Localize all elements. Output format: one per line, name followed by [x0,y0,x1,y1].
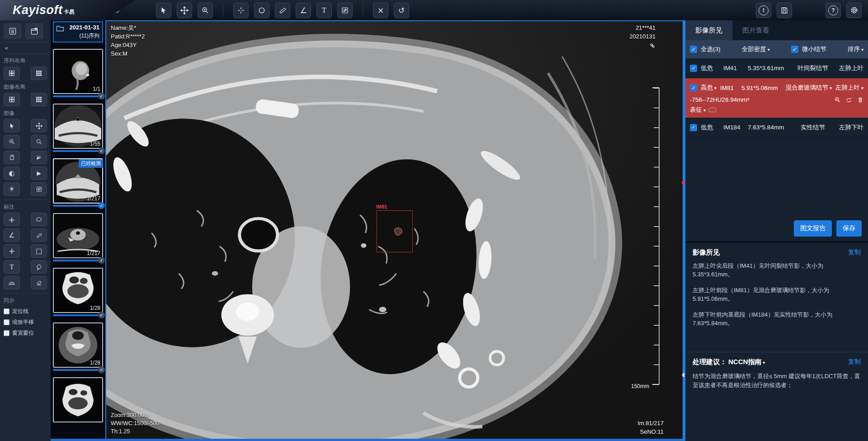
annotate-callout-button[interactable] [31,260,47,274]
series-thumbnail-2[interactable]: 1/55 ✓ [53,104,103,152]
reset-view-button[interactable]: ↺ [394,3,409,18]
nodule-roi-box[interactable]: IM81 [377,210,413,252]
sidebar-window-level-button[interactable] [31,182,47,196]
warning-icon: ! [759,5,769,15]
zoom-tool-button[interactable] [198,3,213,18]
advice-text: 结节为混合磨玻璃结节，直径≤ 5mm 建议每年1次LDCT筛查，直至该患者不再是… [693,372,861,391]
series-thumbnail-6[interactable]: 1/28 ✓ [53,322,103,371]
sidebar-rotate-button[interactable] [4,151,20,164]
annotate-crosshair-button[interactable]: + [4,213,20,226]
brand-text: Kayisoft [13,3,63,17]
layout-panel-tab[interactable] [25,23,43,39]
nodule-row-im41[interactable]: ✓ 低危 IM41 5.35*3.61mm 叶间裂结节 左肺上叶 [685,58,868,78]
ct-viewport[interactable]: Name:吴* Patid:R*****2 Age:043Y Sex:M 21*… [105,20,685,441]
save-study-button[interactable] [777,3,792,18]
micro-nodule-label[interactable]: 微小结节 [802,45,826,53]
angle-tool-button[interactable]: ∠ [296,3,311,18]
nodule-row-im184[interactable]: ✓ 低危 IM184 7.63*5.84mm 实性结节 左肺下叶 [685,118,868,138]
findings-panel: 影像所见 图片查看 ✓ 全选(3) 全部密度 ✓ 微小结节 排序 ✓ 低危 IM… [685,20,868,441]
slice-scrollbar[interactable] [683,21,684,440]
window-level-icon [341,6,349,14]
thumbnail-selected-bar: ✓ [53,314,103,316]
copy-findings-link[interactable]: 复制 [848,248,861,256]
topbar-right: ! ? [756,0,862,20]
series-grid-2x2-button[interactable] [4,66,20,80]
series-thumbnail-3-selected[interactable]: 已经检测 1/217 ✓ [53,158,103,207]
nodule-location-dropdown[interactable]: 左肺上叶 [835,84,863,92]
sidebar-brightness-button[interactable]: ☀ [4,182,20,196]
nodule-checkbox[interactable]: ✓ [690,84,697,91]
thumbnail-selected-bar: ✓ [53,150,103,152]
sidebar-select-button[interactable] [4,119,20,133]
zoom-to-nodule-button[interactable] [834,96,841,103]
select-all-label[interactable]: 全选(3) [701,45,721,53]
patient-info-overlay: Name:吴* Patid:R*****2 Age:043Y Sex:M [111,24,145,58]
image-grid-3x3-button[interactable] [31,93,47,106]
sync-localizer-checkbox[interactable]: 定位线 [4,308,47,315]
delete-nodule-button[interactable] [857,96,863,103]
series-grid-3x3-button[interactable] [31,66,47,80]
annotate-angle-button[interactable]: ∠ [4,228,20,242]
feature-toggle[interactable] [708,108,717,112]
series-panel-tab[interactable] [4,23,22,39]
crosshair-tool-button[interactable] [233,3,249,18]
annotate-arc-button[interactable] [4,276,20,289]
image-grid-2x2-button[interactable] [4,93,20,106]
select-tool-button[interactable] [156,3,171,18]
sidebar-cine-play-button[interactable]: ▶ [31,166,47,180]
checkbox-unchecked [4,330,9,336]
annotate-point-button[interactable]: + [4,244,20,258]
annotate-text-button[interactable]: T [4,260,20,274]
annotate-ellipse-button[interactable] [31,213,47,226]
nodule-row-im81-selected[interactable]: ✓ 高危 IM81 5.91*5.06mm 混合磨玻璃结节 左肺上叶 -756-… [685,78,868,118]
edit-contour-button[interactable] [845,96,853,103]
link-icon [649,43,656,49]
play-icon: ▶ [37,170,41,176]
sidebar-zoom-in-button[interactable] [4,135,20,148]
tab-imaging-findings[interactable]: 影像所见 [685,20,732,40]
scroll-thumb[interactable] [682,373,685,377]
feature-dropdown[interactable]: 表征 [690,106,706,114]
zoom-in-icon [9,138,15,145]
guideline-dropdown[interactable]: NCCN指南 [728,358,765,366]
report-button[interactable]: 图文报告 [794,220,832,237]
nodule-position-marker[interactable] [682,180,685,185]
window-level-button[interactable] [337,3,353,18]
annotate-eraser-button[interactable] [31,276,47,289]
micro-nodule-checkbox[interactable]: ✓ [791,46,798,53]
collapse-sidebar-button[interactable]: « [4,43,47,54]
help-button[interactable]: ? [826,3,841,18]
annotate-measure-button[interactable] [31,228,47,242]
nodule-checkbox[interactable]: ✓ [690,124,697,131]
study-header[interactable]: 2021-01-31 (11)序列 [53,21,103,43]
text-tool-button[interactable]: T [316,3,332,18]
save-button[interactable]: 保存 [836,220,862,237]
sidebar-flip-button[interactable] [31,151,47,164]
sidebar-invert-button[interactable]: ◐ [4,166,20,180]
sidebar-magnify-button[interactable] [31,135,47,148]
settings-button[interactable] [846,3,862,18]
density-filter-dropdown[interactable]: 全部密度 [742,45,770,53]
nodule-type-dropdown[interactable]: 混合磨玻璃结节 [785,84,832,92]
pan-tool-button[interactable] [177,3,192,18]
sidebar-pan-button[interactable] [31,119,47,133]
sort-dropdown[interactable]: 排序 [848,45,863,53]
series-thumbnail-7[interactable] [53,377,103,422]
tab-image-view[interactable]: 图片查看 [732,20,779,40]
series-thumbnail-4[interactable]: 1/217 ✓ [53,213,103,261]
nodule-checkbox[interactable]: ✓ [690,65,697,72]
delete-annotation-button[interactable]: × [373,3,388,18]
main-area: « 序列布局 图像布局 图像 [0,20,868,441]
series-thumbnail-1[interactable]: 1/1 ✓ [53,49,103,97]
series-thumbnail-5[interactable]: 1/28 ✓ [53,268,103,316]
copy-advice-link[interactable]: 复制 [848,358,861,366]
risk-dropdown[interactable]: 高危 [701,84,717,92]
annotate-rect-button[interactable]: □ [31,244,47,258]
sidebar-top-tabs [4,23,47,43]
ellipse-tool-button[interactable] [254,3,269,18]
sync-window-checkbox[interactable]: 窗宽窗位 [4,329,47,337]
measure-tool-button[interactable] [275,3,290,18]
select-all-checkbox[interactable]: ✓ [690,46,697,53]
report-alert-button[interactable]: ! [756,3,771,18]
sync-zoom-pan-checkbox[interactable]: 缩放平移 [4,318,47,326]
